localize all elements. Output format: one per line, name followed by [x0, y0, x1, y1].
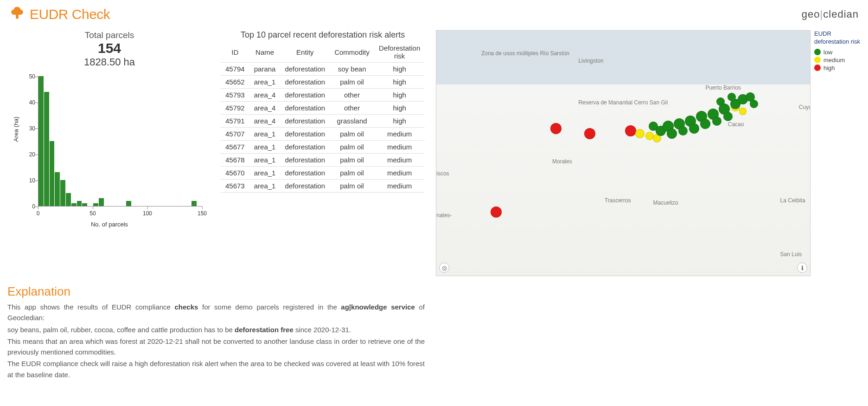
histogram-bar[interactable] — [93, 203, 98, 206]
map-parcel-dot[interactable] — [678, 126, 688, 135]
map-parcel-dot[interactable] — [716, 97, 725, 106]
map-parcel-dot[interactable] — [491, 206, 502, 218]
legend-title: EUDR deforestation risk — [814, 30, 861, 46]
table-cell: parana — [249, 63, 281, 76]
map-parcel-dot[interactable] — [550, 123, 562, 134]
table-cell: 45652 — [221, 76, 249, 89]
table-header[interactable]: ID — [221, 42, 249, 63]
locate-icon[interactable]: ◎ — [439, 263, 449, 273]
map-place-label: Reserva de Manantial Cerro San Gil — [578, 99, 668, 106]
table-cell: palm oil — [330, 154, 374, 167]
table-cell: deforestation — [280, 76, 330, 89]
table-cell: deforestation — [280, 89, 330, 102]
summary-label: Total parcels — [7, 30, 211, 40]
map-parcel-dot[interactable] — [635, 129, 645, 138]
histogram-bar[interactable] — [191, 201, 197, 206]
histogram-bar[interactable] — [77, 201, 82, 206]
legend-swatch — [814, 57, 821, 63]
table-cell: medium — [374, 167, 425, 180]
tree-icon — [9, 6, 25, 23]
map-parcel-dot[interactable] — [739, 108, 747, 115]
histogram-bar[interactable] — [38, 76, 44, 206]
table-cell: area_4 — [249, 115, 281, 128]
explanation-heading: Explanation — [7, 284, 425, 299]
table-cell: high — [374, 102, 425, 115]
explanation-p4: The EUDR compliance check will raise a h… — [7, 358, 425, 380]
map-parcel-dot[interactable] — [750, 100, 758, 108]
map-parcel-dot[interactable] — [700, 119, 710, 129]
table-row[interactable]: 45677area_1deforestationpalm oilmedium — [221, 141, 425, 154]
table-header[interactable]: Entity — [280, 42, 330, 63]
histogram-bar[interactable] — [99, 198, 104, 206]
table-row[interactable]: 45792area_4deforestationotherhigh — [221, 102, 425, 115]
table-row[interactable]: 45652area_1deforestationpalm oilhigh — [221, 76, 425, 89]
legend-item[interactable]: low — [814, 49, 861, 56]
table-cell: medium — [374, 154, 425, 167]
table-cell: other — [330, 89, 374, 102]
table-header[interactable]: Deforestation risk — [374, 42, 425, 63]
histogram-bar[interactable] — [71, 203, 77, 206]
histogram-bar[interactable] — [126, 201, 131, 206]
info-icon[interactable]: ℹ — [797, 263, 807, 273]
table-cell: 45677 — [221, 141, 249, 154]
table-header[interactable]: Name — [249, 42, 281, 63]
table-cell: 45678 — [221, 154, 249, 167]
table-cell: palm oil — [330, 141, 374, 154]
map-parcel-dot[interactable] — [689, 123, 699, 134]
map-parcel-dot[interactable] — [728, 93, 736, 101]
table-cell: deforestation — [280, 128, 330, 141]
table-cell: medium — [374, 141, 425, 154]
table-cell: 45673 — [221, 180, 249, 193]
table-cell: high — [374, 115, 425, 128]
histogram-bar[interactable] — [50, 141, 55, 206]
legend-label: medium — [823, 57, 845, 64]
histogram-bar[interactable] — [60, 180, 65, 206]
chart-xlabel: No. of parcels — [12, 221, 207, 228]
map-parcel-dot[interactable] — [712, 116, 721, 126]
histogram-bar[interactable] — [44, 92, 49, 206]
table-cell: deforestation — [280, 154, 330, 167]
map-parcel-dot[interactable] — [625, 125, 636, 136]
map-place-label: nates- — [436, 212, 452, 219]
summary-area: 1828.50 ha — [7, 56, 211, 68]
table-cell: deforestation — [280, 63, 330, 76]
map-parcel-dot[interactable] — [584, 128, 595, 139]
map-parcel-dot[interactable] — [723, 112, 733, 121]
map-place-label: Livingston — [578, 58, 603, 64]
table-row[interactable]: 45794paranadeforestationsoy beanhigh — [221, 63, 425, 76]
histogram-bar[interactable] — [66, 193, 71, 206]
table-cell: area_1 — [249, 141, 281, 154]
table-title: Top 10 parcel recent deforestation risk … — [221, 30, 425, 40]
table-cell: 45791 — [221, 115, 249, 128]
area-histogram[interactable]: Area (ha) No. of parcels 010203040500501… — [12, 72, 207, 230]
table-cell: deforestation — [280, 167, 330, 180]
table-cell: deforestation — [280, 102, 330, 115]
table-row[interactable]: 45707area_1deforestationpalm oilmedium — [221, 128, 425, 141]
legend-swatch — [814, 64, 821, 71]
table-row[interactable]: 45673area_1deforestationpalm oilmedium — [221, 180, 425, 193]
explanation-p2: soy beans, palm oil, rubber, cocoa, coff… — [7, 324, 425, 335]
table-cell: medium — [374, 128, 425, 141]
risk-map[interactable]: ◎ ℹ Zona de usos múltiples Río SarstúnLi… — [436, 30, 811, 276]
table-cell: area_1 — [249, 128, 281, 141]
histogram-bar[interactable] — [82, 203, 87, 206]
legend-item[interactable]: medium — [814, 57, 861, 64]
map-place-label: San Luis — [780, 251, 802, 258]
explanation-p1: This app shows the results of EUDR compl… — [7, 302, 425, 323]
table-cell: palm oil — [330, 76, 374, 89]
table-row[interactable]: 45670area_1deforestationpalm oilmedium — [221, 167, 425, 180]
table-cell: area_1 — [249, 154, 281, 167]
table-cell: 45707 — [221, 128, 249, 141]
table-row[interactable]: 45793area_4deforestationotherhigh — [221, 89, 425, 102]
map-place-label: Zona de usos múltiples Río Sarstún — [481, 50, 569, 57]
table-header[interactable]: Commodity — [330, 42, 374, 63]
histogram-bar[interactable] — [55, 172, 60, 206]
table-cell: 45670 — [221, 167, 249, 180]
map-parcel-dot[interactable] — [667, 129, 677, 139]
table-cell: palm oil — [330, 167, 374, 180]
legend-item[interactable]: high — [814, 64, 861, 71]
table-row[interactable]: 45791area_4deforestationgrasslandhigh — [221, 115, 425, 128]
table-cell: other — [330, 102, 374, 115]
table-row[interactable]: 45678area_1deforestationpalm oilmedium — [221, 154, 425, 167]
table-cell: area_1 — [249, 76, 281, 89]
